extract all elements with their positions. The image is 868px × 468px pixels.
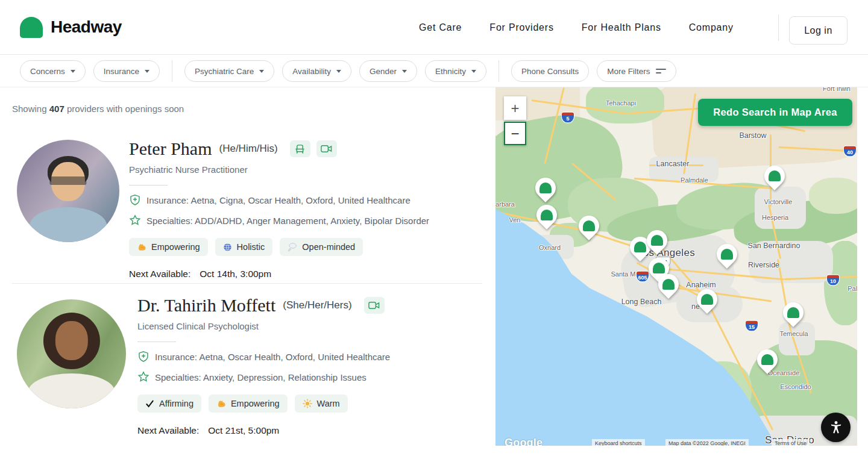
badge-label: Empowering bbox=[231, 399, 280, 408]
star-icon bbox=[137, 371, 149, 383]
provider-pronouns: (She/Her/Hers) bbox=[283, 299, 351, 311]
chevron-down-icon bbox=[471, 70, 476, 73]
terms-of-use-link[interactable]: Terms of Use bbox=[772, 439, 810, 446]
map-city-label: Victorville bbox=[764, 198, 793, 205]
insurance-text: Insurance: Aetna, Oscar Health, Oxford, … bbox=[155, 352, 390, 362]
accessibility-widget-button[interactable] bbox=[821, 413, 851, 442]
provider-card[interactable]: Dr. Tahirih Moffett (She/Her/Hers) Licen… bbox=[0, 295, 494, 468]
divider bbox=[129, 185, 168, 186]
map-city-label: Palm S bbox=[848, 285, 857, 292]
filter-ethnicity[interactable]: Ethnicity bbox=[425, 60, 486, 82]
map-city-label: Long Beach bbox=[621, 298, 662, 306]
redo-search-button[interactable]: Redo Search in Map Area bbox=[698, 99, 852, 126]
map-city-label: Hesperia bbox=[762, 214, 788, 221]
google-logo[interactable]: Google bbox=[505, 437, 542, 446]
header: Headway Get Care For Providers For Healt… bbox=[0, 0, 868, 55]
badge-label: Holistic bbox=[237, 242, 265, 252]
headway-logo[interactable]: Headway bbox=[20, 17, 122, 38]
chevron-down-icon bbox=[336, 70, 341, 73]
chevron-down-icon bbox=[145, 70, 149, 73]
map-data-attribution: Map data ©2022 Google, INEGI bbox=[665, 439, 749, 446]
filter-bar: Concerns Insurance Psychiatric Care Avai… bbox=[0, 55, 868, 87]
provider-title: Licensed Clinical Psychologist bbox=[137, 321, 499, 331]
provider-title: Psychiatric Nurse Practitioner bbox=[129, 164, 491, 175]
filter-label: Gender bbox=[370, 67, 397, 76]
badge-label: Open-minded bbox=[302, 242, 355, 252]
filter-label: Phone Consults bbox=[521, 67, 579, 76]
trait-badge-open-minded: Open-minded bbox=[280, 238, 363, 256]
nav-for-health-plans[interactable]: For Health Plans bbox=[582, 22, 661, 33]
specialties-text: Specialties: ADD/ADHD, Anger Management,… bbox=[146, 216, 429, 226]
map-city-label: Oxnard bbox=[539, 244, 561, 251]
next-available-value: Oct 21st, 5:00pm bbox=[208, 425, 279, 435]
nav-divider bbox=[778, 14, 779, 41]
road-shield-605: 605 bbox=[636, 271, 649, 282]
filter-concerns[interactable]: Concerns bbox=[20, 60, 86, 82]
filter-availability[interactable]: Availability bbox=[282, 60, 351, 82]
map-city-label: Lancaster bbox=[656, 160, 690, 168]
filter-divider bbox=[498, 60, 499, 82]
filter-lines-icon bbox=[656, 69, 666, 73]
zoom-in-button[interactable]: + bbox=[504, 96, 526, 120]
map-city-label: Escondido bbox=[780, 383, 811, 390]
trait-badge-empowering: Empowering bbox=[129, 238, 208, 256]
map[interactable]: Fort IrwinTehachapiBarstowLancasterPalmd… bbox=[495, 87, 857, 446]
road-shield-40: 40 bbox=[843, 146, 857, 157]
provider-card[interactable]: Peter Pham (He/Him/His) bbox=[0, 139, 494, 283]
road-shield-5: 5 bbox=[561, 112, 574, 123]
results-prefix: Showing bbox=[12, 104, 49, 114]
map-city-label: Ven bbox=[509, 216, 521, 223]
card-separator bbox=[12, 283, 482, 284]
specialties-row: Specialties: ADD/ADHD, Anger Management,… bbox=[129, 214, 491, 226]
flexed-biceps-icon bbox=[216, 399, 226, 408]
avatar-art bbox=[49, 176, 86, 185]
provider-name[interactable]: Peter Pham bbox=[129, 139, 212, 159]
next-available-label: Next Available: bbox=[129, 269, 190, 279]
headway-provider-search-page: Headway Get Care For Providers For Healt… bbox=[0, 0, 868, 468]
road-shield-10: 10 bbox=[826, 275, 840, 286]
map-city-label: San Bernardino bbox=[748, 242, 800, 250]
filter-label: Availability bbox=[292, 67, 331, 76]
filter-phone-consults[interactable]: Phone Consults bbox=[511, 60, 589, 82]
sun-icon bbox=[303, 399, 312, 408]
filter-label: Psychiatric Care bbox=[195, 67, 254, 76]
chevron-down-icon bbox=[259, 70, 264, 73]
trait-badges: Affirming Empowering bbox=[137, 395, 499, 413]
shield-plus-icon bbox=[129, 194, 141, 206]
divider bbox=[137, 342, 176, 342]
trait-badge-affirming: Affirming bbox=[137, 395, 201, 413]
check-mark-icon bbox=[145, 399, 154, 408]
provider-pronouns: (He/Him/His) bbox=[219, 143, 277, 155]
trait-badges: Empowering Holistic Open-minded bbox=[129, 238, 491, 256]
filter-insurance[interactable]: Insurance bbox=[93, 60, 160, 82]
provider-avatar[interactable] bbox=[17, 140, 119, 242]
provider-name[interactable]: Dr. Tahirih Moffett bbox=[137, 295, 275, 316]
badge-label: Affirming bbox=[159, 399, 193, 408]
filter-more-filters[interactable]: More Filters bbox=[597, 60, 676, 82]
login-button[interactable]: Log in bbox=[789, 16, 848, 45]
map-zoom-controls: + − bbox=[504, 96, 526, 145]
trait-badge-holistic: Holistic bbox=[215, 238, 273, 256]
badge-label: Empowering bbox=[151, 242, 200, 252]
filter-label: Ethnicity bbox=[435, 67, 466, 76]
filter-label: More Filters bbox=[607, 67, 650, 76]
nav-get-care[interactable]: Get Care bbox=[419, 22, 462, 33]
zoom-out-button[interactable]: − bbox=[504, 122, 526, 145]
avatar-art bbox=[28, 373, 115, 408]
flexed-biceps-icon bbox=[137, 242, 146, 252]
map-city-label: arbara bbox=[495, 201, 515, 208]
avatar-art bbox=[30, 207, 107, 242]
provider-avatar[interactable] bbox=[17, 299, 126, 408]
nav-for-providers[interactable]: For Providers bbox=[489, 22, 553, 33]
map-forest bbox=[809, 178, 857, 214]
insurance-row: Insurance: Aetna, Oscar Health, Oxford, … bbox=[137, 351, 499, 363]
nav-company[interactable]: Company bbox=[689, 22, 734, 33]
video-session-icon bbox=[364, 297, 385, 314]
keyboard-shortcuts-link[interactable]: Keyboard shortcuts bbox=[592, 439, 645, 446]
filter-psychiatric-care[interactable]: Psychiatric Care bbox=[184, 60, 274, 82]
provider-details: Peter Pham (He/Him/His) bbox=[129, 139, 491, 279]
filter-gender[interactable]: Gender bbox=[359, 60, 417, 82]
in-person-session-icon bbox=[290, 140, 310, 157]
results-count: Showing 407 providers with openings soon bbox=[12, 104, 184, 114]
map-city-label: Barstow bbox=[739, 131, 766, 140]
